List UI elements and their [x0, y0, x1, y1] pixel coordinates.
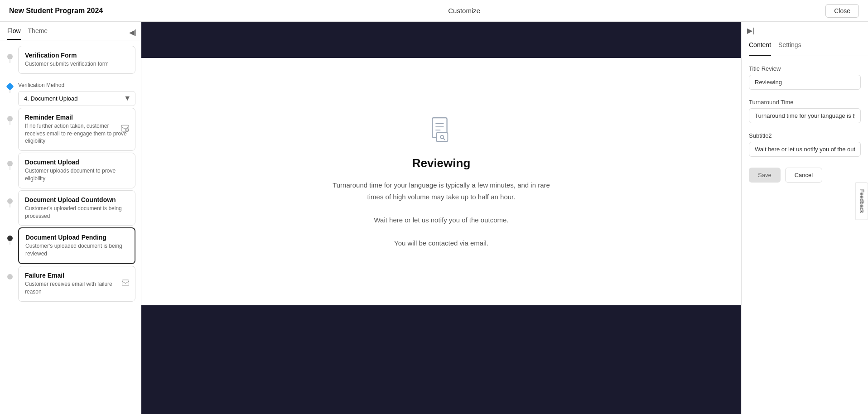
verification-method-label: Verification Method [18, 82, 135, 88]
document-upload-desc: Customer uploads document to prove eligi… [25, 167, 129, 183]
preview-body: Turnaround time for your language is typ… [328, 179, 555, 249]
flow-item-countdown: Document Upload Countdown Customer's upl… [5, 190, 135, 226]
flow-item-pending: Document Upload Pending Customer's uploa… [5, 227, 135, 264]
flow-dot-5 [7, 198, 13, 204]
document-review-icon [425, 115, 458, 147]
failure-email-icon [121, 279, 130, 289]
tab-flow[interactable]: Flow [7, 27, 21, 40]
failure-email-title: Failure Email [25, 272, 129, 279]
flow-connector [10, 59, 10, 63]
turnaround-group: Turnaround Time [749, 99, 861, 123]
reminder-email-desc: If no further action taken, customer rec… [25, 122, 129, 145]
right-panel-tabs: Content Settings [742, 35, 868, 56]
title-review-label: Title Review [749, 65, 861, 72]
flow-item-verification-method: Verification Method 4. Document Upload ▼ [5, 76, 135, 106]
preview-subtitle2: Wait here or let us notify you of the ou… [328, 214, 555, 226]
preview-top-bar [141, 22, 741, 58]
countdown-card[interactable]: Document Upload Countdown Customer's upl… [18, 190, 135, 226]
flow-line-col-4 [5, 153, 14, 170]
countdown-desc: Customer's uploaded document is being pr… [25, 205, 129, 220]
document-upload-title: Document Upload [25, 159, 129, 166]
flow-line-col-2 [5, 76, 14, 93]
preview-title: Reviewing [412, 156, 471, 170]
verification-form-title: Verification Form [25, 52, 129, 59]
tab-content[interactable]: Content [749, 35, 771, 56]
flow-connector-6 [10, 241, 10, 245]
flow-item-reminder-email: Reminder Email If no further action take… [5, 108, 135, 151]
flow-line-col-7 [5, 266, 14, 279]
sidebar-collapse-button[interactable]: ◀| [129, 28, 136, 37]
turnaround-input[interactable] [749, 108, 861, 123]
subtitle2-label: Subtitle2 [749, 132, 861, 139]
verification-method-diamond [6, 82, 14, 90]
flow-dot-3 [7, 116, 13, 121]
flow-dot-6 [7, 236, 13, 241]
close-button[interactable]: Close [825, 4, 859, 18]
turnaround-label: Turnaround Time [749, 99, 861, 106]
app-title: New Student Program 2024 [9, 7, 103, 15]
verification-method-select[interactable]: 4. Document Upload [18, 91, 135, 106]
tab-theme[interactable]: Theme [28, 27, 48, 40]
preview-area: Reviewing Turnaround time for your langu… [141, 22, 741, 414]
svg-rect-2 [122, 280, 129, 285]
flow-connector-3 [10, 121, 10, 125]
flow-line-col-5 [5, 190, 14, 207]
verification-form-desc: Customer submits verification form [25, 60, 129, 68]
flow-item-failure-email: Failure Email Customer receives email wi… [5, 266, 135, 302]
sidebar-tabs: Flow Theme [0, 22, 141, 40]
save-button[interactable]: Save [749, 168, 781, 183]
header-center-label: Customize [448, 7, 480, 14]
preview-subtitle3: You will be contacted via email. [328, 237, 555, 249]
tab-settings[interactable]: Settings [778, 35, 801, 56]
flow-list: Verification Form Customer submits verif… [0, 46, 141, 309]
title-review-input[interactable] [749, 75, 861, 90]
email-icon [121, 124, 130, 135]
main-layout: ◀| Flow Theme Verification Form Customer… [0, 22, 868, 414]
pending-card[interactable]: Document Upload Pending Customer's uploa… [18, 227, 135, 264]
flow-line-col-3 [5, 108, 14, 125]
title-review-group: Title Review [749, 65, 861, 90]
verification-form-card[interactable]: Verification Form Customer submits verif… [18, 46, 135, 74]
flow-dot [7, 54, 13, 59]
sidebar: ◀| Flow Theme Verification Form Customer… [0, 22, 141, 414]
subtitle2-group: Subtitle2 [749, 132, 861, 157]
form-actions: Save Cancel [749, 168, 861, 183]
pending-desc: Customer's uploaded document is being re… [25, 242, 128, 258]
flow-dot-4 [7, 161, 13, 166]
verification-method-select-wrapper: 4. Document Upload ▼ [18, 91, 135, 106]
flow-dot-7 [7, 274, 13, 279]
preview-turnaround: Turnaround time for your language is typ… [328, 179, 555, 202]
preview-content: Reviewing Turnaround time for your langu… [141, 58, 741, 305]
reminder-email-card[interactable]: Reminder Email If no further action take… [18, 108, 135, 151]
app-header: New Student Program 2024 Customize Close [0, 0, 868, 22]
flow-line-col-6 [5, 227, 14, 245]
svg-rect-7 [436, 133, 448, 142]
cancel-button[interactable]: Cancel [785, 168, 822, 183]
failure-email-desc: Customer receives email with failure rea… [25, 280, 129, 296]
failure-email-card[interactable]: Failure Email Customer receives email wi… [18, 266, 135, 302]
pending-title: Document Upload Pending [25, 234, 128, 241]
document-upload-card[interactable]: Document Upload Customer uploads documen… [18, 153, 135, 188]
right-panel-collapse-button[interactable]: ▶| [747, 26, 754, 35]
right-form: Title Review Turnaround Time Subtitle2 S… [742, 56, 868, 414]
flow-connector-4 [10, 166, 10, 170]
subtitle2-input[interactable] [749, 142, 861, 157]
countdown-title: Document Upload Countdown [25, 196, 129, 203]
reminder-email-title: Reminder Email [25, 114, 129, 121]
preview-bottom-bar [141, 305, 741, 414]
flow-line-col [5, 46, 14, 63]
right-panel: ▶| Content Settings Title Review Turnaro… [741, 22, 868, 414]
flow-item-verification-form: Verification Form Customer submits verif… [5, 46, 135, 74]
feedback-tab[interactable]: Feedback [856, 183, 868, 220]
flow-connector-5 [10, 204, 10, 207]
flow-item-document-upload: Document Upload Customer uploads documen… [5, 153, 135, 188]
